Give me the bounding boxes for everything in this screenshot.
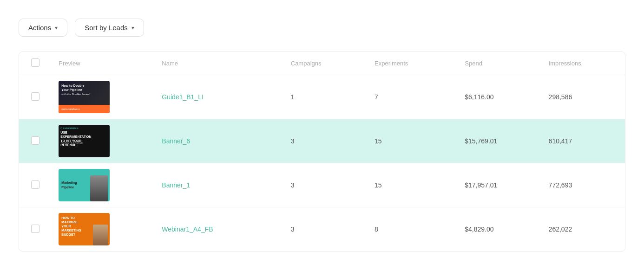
header-checkbox-cell (19, 52, 51, 75)
actions-label: Actions (28, 24, 51, 32)
row-impressions-2: 610,417 (541, 119, 625, 163)
row-checkbox-cell (19, 75, 51, 119)
row-spend-4: $4,829.00 (457, 207, 541, 251)
header-campaigns: Campaigns (283, 52, 367, 75)
row-name-link-3[interactable]: Banner_1 (162, 181, 190, 189)
row-experiments-3: 15 (367, 163, 457, 207)
header-preview: Preview (51, 52, 154, 75)
row-campaigns-4: 3 (283, 207, 367, 251)
row-name-1: Guide1_B1_LI (154, 75, 283, 119)
row-impressions-3: 772,693 (541, 163, 625, 207)
row-preview-3: MarketingPipeline (51, 163, 154, 207)
row-preview-2: ⬡ metadatable.io USE EXPERIMENTATION TO … (51, 119, 154, 163)
row-checkbox-1[interactable] (31, 92, 39, 101)
row-name-3: Banner_1 (154, 163, 283, 207)
row-campaigns-2: 3 (283, 119, 367, 163)
row-spend-1: $6,116.00 (457, 75, 541, 119)
row-spend-2: $15,769.01 (457, 119, 541, 163)
table-row: ⬡ metadatable.io USE EXPERIMENTATION TO … (19, 119, 625, 163)
row-checkbox-4[interactable] (31, 225, 39, 233)
row-checkbox-cell (19, 207, 51, 251)
row-experiments-4: 8 (367, 207, 457, 251)
row-impressions-1: 298,586 (541, 75, 625, 119)
row-experiments-1: 7 (367, 75, 457, 119)
sort-label: Sort by Leads (85, 24, 128, 32)
row-checkbox-3[interactable] (31, 180, 39, 189)
table-row: HOW TOMAXIMIZEYOURMARKETINGBUDGET Webina… (19, 207, 625, 251)
row-name-link-1[interactable]: Guide1_B1_LI (162, 93, 204, 101)
row-name-2: Banner_6 (154, 119, 283, 163)
sort-chevron-icon: ▾ (131, 25, 134, 31)
table-row: How to DoubleYour Pipelinewith the Doubl… (19, 75, 625, 119)
row-name-4: Webinar1_A4_FB (154, 207, 283, 251)
row-experiments-2: 15 (367, 119, 457, 163)
table-row: MarketingPipeline Banner_1 3 15 $17,957.… (19, 163, 625, 207)
row-name-link-4[interactable]: Webinar1_A4_FB (162, 225, 213, 233)
row-name-link-2[interactable]: Banner_6 (162, 137, 190, 145)
row-spend-3: $17,957.01 (457, 163, 541, 207)
header-spend: Spend (457, 52, 541, 75)
table-header-row: Preview Name Campaigns Experiments Spend… (19, 52, 625, 75)
row-preview-4: HOW TOMAXIMIZEYOURMARKETINGBUDGET (51, 207, 154, 251)
select-all-checkbox[interactable] (31, 58, 39, 67)
row-checkbox-cell (19, 163, 51, 207)
actions-chevron-icon: ▾ (55, 25, 58, 31)
row-checkbox-2[interactable] (31, 136, 39, 145)
row-campaigns-3: 3 (283, 163, 367, 207)
header-impressions: Impressions (541, 52, 625, 75)
content-table: Preview Name Campaigns Experiments Spend… (19, 52, 625, 251)
row-checkbox-cell (19, 119, 51, 163)
row-preview-1: How to DoubleYour Pipelinewith the Doubl… (51, 75, 154, 119)
actions-dropdown[interactable]: Actions ▾ (19, 19, 67, 37)
header-experiments: Experiments (367, 52, 457, 75)
row-impressions-4: 262,022 (541, 207, 625, 251)
header-name: Name (154, 52, 283, 75)
sort-dropdown[interactable]: Sort by Leads ▾ (75, 19, 144, 37)
toolbar: Actions ▾ Sort by Leads ▾ (19, 19, 625, 37)
row-campaigns-1: 1 (283, 75, 367, 119)
